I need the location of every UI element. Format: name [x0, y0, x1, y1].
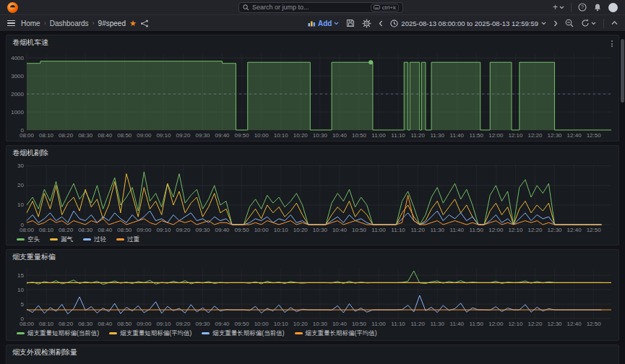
breadcrumb-home[interactable]: Home [21, 20, 40, 27]
search-placeholder: Search or jump to... [252, 4, 309, 11]
svg-text:10:30: 10:30 [313, 227, 328, 233]
legend-swatch-icon [50, 238, 58, 240]
breadcrumb: Home › Dashboards › 9#speed ★ [21, 20, 149, 27]
svg-text:08:30: 08:30 [78, 321, 93, 327]
zoom-out-button[interactable] [565, 19, 574, 27]
svg-text:12:30: 12:30 [548, 132, 563, 139]
svg-text:11:40: 11:40 [450, 321, 465, 327]
svg-text:11:40: 11:40 [450, 227, 465, 233]
svg-text:10:40: 10:40 [332, 132, 348, 139]
legend-item[interactable]: 烟支重量长期标偏(平均值) [295, 329, 377, 338]
share-icon[interactable] [140, 20, 149, 27]
svg-text:09:50: 09:50 [235, 227, 250, 233]
scrollbar-thumb[interactable] [621, 39, 624, 103]
legend-item[interactable]: 烟支重量短期标偏(当前值) [17, 329, 99, 338]
grafana-logo[interactable] [7, 2, 18, 13]
svg-text:09:00: 09:00 [137, 132, 152, 139]
clock-icon [390, 20, 398, 27]
legend-item[interactable]: 过轻 [83, 235, 106, 244]
panel-machine-rejects: 卷烟机剔除 010203008:0008:1008:2008:3008:4008… [6, 145, 619, 246]
svg-text:11:10: 11:10 [391, 227, 405, 233]
breadcrumb-dashboards[interactable]: Dashboards [50, 20, 89, 27]
save-icon [346, 19, 355, 27]
svg-text:11:50: 11:50 [470, 132, 484, 139]
panel-title[interactable]: 烟支外观检测剔除量 [7, 345, 618, 360]
legend-item[interactable]: 空头 [17, 235, 40, 244]
svg-text:08:50: 08:50 [117, 227, 132, 233]
svg-text:10:20: 10:20 [293, 227, 309, 233]
menu-toggle-icon[interactable] [7, 20, 15, 27]
time-range-label: 2025-08-13 08:00:00 to 2025-08-13 12:59:… [401, 20, 538, 27]
panel-menu-icon[interactable] [610, 39, 614, 48]
page-scrollbar[interactable] [620, 32, 625, 364]
svg-text:4000: 4000 [11, 55, 24, 61]
panel-title[interactable]: 卷烟机车速 [7, 35, 618, 50]
svg-text:12:50: 12:50 [587, 321, 602, 327]
breadcrumb-current: 9#speed [98, 20, 126, 27]
chevron-left-icon [379, 20, 383, 27]
svg-text:08:30: 08:30 [78, 227, 93, 233]
user-avatar[interactable] [608, 3, 618, 12]
svg-text:10:00: 10:00 [254, 132, 270, 139]
svg-text:10:20: 10:20 [293, 132, 309, 139]
svg-text:11:30: 11:30 [430, 227, 444, 233]
svg-text:10:10: 10:10 [274, 132, 289, 139]
svg-text:12:00: 12:00 [488, 132, 504, 139]
time-range-forward-button[interactable] [553, 20, 558, 27]
notifications-button[interactable] [593, 3, 602, 12]
svg-text:10:50: 10:50 [352, 132, 367, 139]
svg-text:11:20: 11:20 [410, 227, 425, 233]
help-button[interactable]: ? [578, 3, 587, 12]
add-panel-button[interactable]: Add [308, 20, 339, 27]
gear-icon [362, 19, 371, 28]
svg-text:09:10: 09:10 [156, 132, 171, 139]
legend-item[interactable]: 烟支重量短期标偏(平均值) [109, 329, 191, 338]
machine-rejects-chart[interactable]: 010203008:0008:1008:2008:3008:4008:5009:… [7, 160, 618, 234]
svg-text:12:10: 12:10 [508, 321, 523, 327]
svg-text:1000: 1000 [11, 109, 24, 116]
legend-label: 烟支重量短期标偏(平均值) [120, 329, 191, 338]
time-range-picker[interactable]: 2025-08-13 08:00:00 to 2025-08-13 12:59:… [390, 20, 546, 27]
search-input[interactable]: Search or jump to... ctrl+k [238, 2, 403, 13]
zoom-out-icon [565, 19, 574, 27]
legend: 烟支重量短期标偏(当前值)烟支重量短期标偏(平均值)烟支重量长期标偏(当前值)烟… [7, 328, 618, 338]
legend-item[interactable]: 过重 [116, 235, 139, 244]
svg-text:11:00: 11:00 [371, 321, 386, 327]
chevron-down-icon [541, 22, 546, 25]
svg-text:09:30: 09:30 [195, 132, 210, 139]
svg-text:11:00: 11:00 [371, 132, 386, 139]
legend-item[interactable]: 烟支重量长期标偏(当前值) [202, 329, 284, 338]
chevron-right-icon [553, 20, 558, 27]
legend-swatch-icon [295, 332, 303, 334]
new-button[interactable]: + [553, 3, 564, 12]
machine-speed-chart[interactable]: 0100020003000400008:0008:1008:2008:3008:… [7, 50, 618, 139]
svg-text:10:50: 10:50 [352, 227, 367, 233]
save-dashboard-button[interactable] [346, 19, 355, 27]
collapse-toolbar-button[interactable] [611, 21, 618, 25]
legend-swatch-icon [116, 238, 124, 240]
svg-text:5: 5 [21, 301, 25, 308]
legend-item[interactable]: 漏气 [50, 235, 73, 244]
legend-swatch-icon [202, 332, 210, 334]
refresh-button[interactable] [581, 19, 596, 27]
svg-text:12:50: 12:50 [587, 227, 602, 233]
svg-text:08:40: 08:40 [98, 132, 113, 139]
dashboard-toolbar: Home › Dashboards › 9#speed ★ Add [0, 15, 625, 32]
svg-text:08:20: 08:20 [59, 321, 74, 327]
panel-title[interactable]: 烟支重量标偏 [7, 250, 618, 264]
favorite-star-icon[interactable]: ★ [129, 20, 137, 27]
time-range-back-button[interactable] [379, 20, 383, 27]
svg-text:08:00: 08:00 [20, 227, 35, 233]
svg-text:08:10: 08:10 [39, 227, 54, 233]
legend-swatch-icon [109, 332, 117, 334]
legend-label: 烟支重量长期标偏(当前值) [212, 329, 284, 338]
legend-swatch-icon [83, 238, 91, 240]
svg-text:10: 10 [17, 202, 24, 208]
weight-deviation-chart[interactable]: 05101508:0008:1008:2008:3008:4008:5009:0… [7, 264, 618, 328]
svg-text:09:10: 09:10 [156, 227, 171, 233]
dashboard-settings-button[interactable] [362, 19, 371, 28]
panel-title[interactable]: 卷烟机剔除 [7, 146, 618, 160]
divider [571, 3, 572, 12]
svg-text:12:40: 12:40 [567, 321, 582, 327]
refresh-icon [581, 19, 590, 27]
